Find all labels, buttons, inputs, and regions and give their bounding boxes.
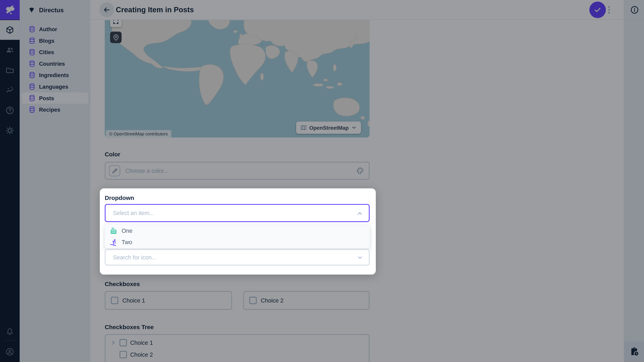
- dropdown-option-label: One: [122, 227, 132, 234]
- dropdown-field-label: Dropdown: [105, 195, 134, 201]
- downhill-skiing-icon: [110, 238, 118, 246]
- directus-app: © OpenStreetMap contributors OpenStreetM…: [0, 0, 644, 362]
- dropdown-spotlight: Dropdown Select an item...: [100, 188, 376, 275]
- chevron-up-icon: [356, 210, 363, 217]
- dropdown-option-two[interactable]: Two: [105, 237, 370, 248]
- menu-overlay[interactable]: [0, 0, 644, 362]
- hot-tub-icon: [110, 227, 118, 235]
- dropdown-placeholder: Select an item...: [113, 205, 154, 221]
- dropdown-option-one[interactable]: One: [105, 225, 370, 237]
- dropdown-option-label: Two: [122, 239, 132, 245]
- icon-search-placeholder: Search for icon...: [113, 250, 156, 265]
- dropdown-menu: One Two: [105, 225, 370, 248]
- icon-search-input[interactable]: Search for icon...: [105, 249, 370, 266]
- chevron-down-icon: [357, 254, 363, 261]
- dropdown-select[interactable]: Select an item...: [105, 204, 370, 222]
